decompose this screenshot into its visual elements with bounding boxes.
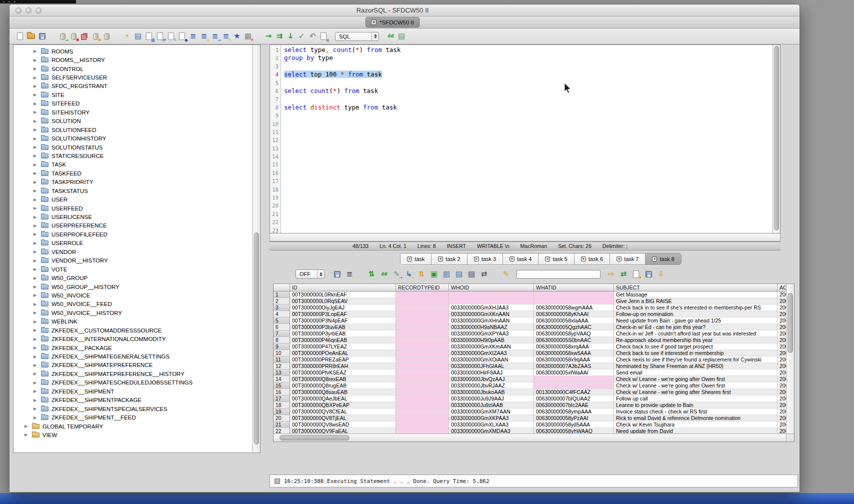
disclosure-triangle-icon[interactable]: ▶ xyxy=(34,232,38,236)
disclosure-triangle-icon[interactable]: ▶ xyxy=(34,224,38,228)
grid-cell[interactable]: 006300000058yhWAAQ xyxy=(534,428,614,434)
row-number-cell[interactable]: 3 xyxy=(274,304,290,311)
row-number-cell[interactable]: 20 xyxy=(274,415,290,422)
filter-results-icon[interactable]: ≡✎ xyxy=(345,269,354,279)
disclosure-triangle-icon[interactable]: ▶ xyxy=(34,416,38,420)
grid-cell[interactable]: Check w/ Leanne - we're going after Owen… xyxy=(614,382,778,389)
grid-cell[interactable]: 006300000058yPzAAI xyxy=(534,415,614,422)
disclosure-triangle-icon[interactable]: ▶ xyxy=(34,363,38,368)
disclosure-triangle-icon[interactable]: ▶ xyxy=(34,84,38,88)
grid-cell[interactable]: Rick to email David & reference Delmonte… xyxy=(614,415,778,422)
disclosure-triangle-icon[interactable]: ▶ xyxy=(34,102,38,106)
disclosure-triangle-icon[interactable]: ▶ xyxy=(34,337,38,342)
transpose-icon[interactable]: ⇄ xyxy=(480,269,488,279)
tab-close-icon[interactable]: ✕ xyxy=(474,256,479,262)
filter-table-icon[interactable]: ≡✎ xyxy=(222,32,230,42)
tree-item[interactable]: ▶USER xyxy=(14,195,252,204)
generate-sql-icon[interactable]: ⇄ xyxy=(156,32,164,42)
disclosure-triangle-icon[interactable]: ▶ xyxy=(34,171,38,176)
grid-cell[interactable]: 0033000000GmXKnAAN xyxy=(449,311,534,318)
tab-close-icon[interactable]: ✕ xyxy=(652,256,657,262)
grid-cell[interactable]: 200 xyxy=(778,337,786,344)
row-number-cell[interactable]: 4 xyxy=(274,311,290,318)
grid-cell[interactable]: 200 xyxy=(778,356,786,363)
code-line[interactable] xyxy=(284,95,772,103)
grid-cell[interactable]: 00T3000000QV8wsEAD xyxy=(290,422,396,428)
tree-scrollbar-thumb[interactable] xyxy=(254,232,259,444)
refresh-query-icon[interactable]: ⇅ xyxy=(367,269,376,279)
editor-horizontal-scrollbar[interactable] xyxy=(270,234,780,242)
grid-cell[interactable]: Check nexis to see if they've found a re… xyxy=(614,356,778,363)
pin-columns-icon[interactable]: ▥ xyxy=(442,269,451,279)
null-cell[interactable] xyxy=(534,292,614,298)
grid-cell[interactable]: 00T3000000QBXPeEAP xyxy=(290,402,396,408)
grid-cell[interactable]: Invoice status check - check w/ RS first xyxy=(614,408,778,415)
results-window-icon[interactable]: ▤ xyxy=(397,32,406,42)
tree-item[interactable]: ▶USERLICENSE xyxy=(14,212,252,221)
grid-cell[interactable]: 00630000007A3bZAAS xyxy=(534,363,614,370)
grid-cell[interactable]: Need update from Bain - gave go ahead 1/… xyxy=(614,318,778,324)
column-header[interactable]: WHATID xyxy=(534,284,614,292)
disclosure-triangle-icon[interactable]: ▶ xyxy=(34,110,38,114)
tree-item[interactable]: ▶USERFEED xyxy=(14,204,252,212)
tree-item[interactable]: ▶ZKFEDEX__SHIPMENTSPECIALSERVICES xyxy=(14,404,252,413)
grid-cell[interactable]: 0033000000JbvRJAAZ xyxy=(449,382,534,389)
status-stop-icon[interactable] xyxy=(274,478,280,484)
grid-cell[interactable]: 200 xyxy=(778,324,786,330)
disclosure-triangle-icon[interactable]: ▶ xyxy=(34,398,38,402)
row-number-cell[interactable]: 16 xyxy=(274,389,290,396)
grid-cell[interactable]: 200 xyxy=(778,311,786,318)
grid-cell[interactable]: Nominated by Shane Freeman at ANZ (HR50) xyxy=(614,363,778,370)
copy-results-icon[interactable]: ▣ xyxy=(430,269,438,279)
grid-cell[interactable]: 006300000058xrqAAA xyxy=(534,344,614,350)
tree-item[interactable]: ▶SITEHISTORY xyxy=(14,108,252,116)
grid-cell[interactable]: 0033000000GmXPYAA3 xyxy=(449,330,534,337)
grid-cell[interactable]: 0033000000JbvQzAAJ xyxy=(449,376,534,382)
grid-cell[interactable]: 00T3000000L0RknEAF xyxy=(290,292,396,298)
results-tab[interactable]: ✕task xyxy=(400,254,432,264)
tree-item[interactable]: ▶W50_GROUP xyxy=(14,274,252,282)
grid-cell[interactable]: 0033000000GmXHJAA3 xyxy=(449,304,534,311)
grid-cell[interactable]: 0033000000JFhGlAAL xyxy=(449,363,534,370)
tree-item[interactable]: ▶SITE xyxy=(14,90,252,99)
null-cell[interactable] xyxy=(534,298,614,304)
grid-cell[interactable]: 200 xyxy=(778,428,786,434)
code-line[interactable] xyxy=(284,210,772,218)
tree-item[interactable]: ▶TASKFEED xyxy=(14,169,252,178)
grid-cell[interactable]: 006300000058ypVAAQ xyxy=(534,330,614,337)
grid-cell[interactable]: 200 xyxy=(778,292,786,298)
grid-cell[interactable]: 006300000058yKhAAI xyxy=(534,311,614,318)
grid-cell[interactable]: 200 xyxy=(778,350,786,356)
grid-cell[interactable]: 00T3000000P3N4pEAF xyxy=(290,318,396,324)
grid-cell[interactable]: 00T3000000P3yrbEAB xyxy=(290,330,396,337)
editor-scrollbar-thumb[interactable] xyxy=(774,46,779,230)
disconnect-database-icon[interactable]: ✱ xyxy=(69,32,78,42)
code-line[interactable] xyxy=(284,120,772,128)
row-number-cell[interactable]: 1 xyxy=(274,292,290,298)
grid-horizontal-scrollbar[interactable] xyxy=(274,434,786,442)
grid-cell[interactable]: 00630000005QgzhAAC xyxy=(534,324,614,330)
tree-item[interactable]: ▶SOLUTIONSTATUS xyxy=(14,143,252,152)
grid-cell[interactable]: 00T3000000PRR8rEAH xyxy=(290,363,396,370)
grid-cell[interactable]: 0033000000Ju9zlAAB xyxy=(449,402,534,408)
null-cell[interactable] xyxy=(396,350,449,356)
tab-close-icon[interactable]: ✕ xyxy=(581,256,586,262)
tree-item[interactable]: ▶STATICRESOURCE xyxy=(14,152,252,160)
code-line[interactable]: select type, count(*) from task xyxy=(284,46,772,54)
drop-table-icon[interactable]: ▦✕ xyxy=(244,32,252,42)
null-cell[interactable] xyxy=(449,292,534,298)
code-line[interactable] xyxy=(284,177,772,185)
code-line[interactable] xyxy=(284,226,772,233)
grid-cell[interactable]: 200 xyxy=(778,389,786,396)
tree-item[interactable]: ▶W50_GROUP__HISTORY xyxy=(14,282,252,291)
search-go-icon[interactable]: ⇨ xyxy=(606,269,616,279)
grid-cell[interactable]: 0033000000GmXM7AAN xyxy=(449,408,534,415)
tree-item[interactable]: ▶W50_INVOICE xyxy=(14,291,252,300)
grid-cell[interactable]: 00T3000000OiyJgEAJ xyxy=(290,304,396,311)
disclosure-triangle-icon[interactable]: ▶ xyxy=(34,145,38,150)
row-number-cell[interactable]: 12 xyxy=(274,363,290,370)
export-results-icon[interactable]: ⇄ xyxy=(619,269,628,279)
grid-cell[interactable]: 00630000007bIQUAA2 xyxy=(534,396,614,402)
null-cell[interactable] xyxy=(534,376,614,382)
favorites-icon[interactable]: ★ xyxy=(232,32,242,42)
